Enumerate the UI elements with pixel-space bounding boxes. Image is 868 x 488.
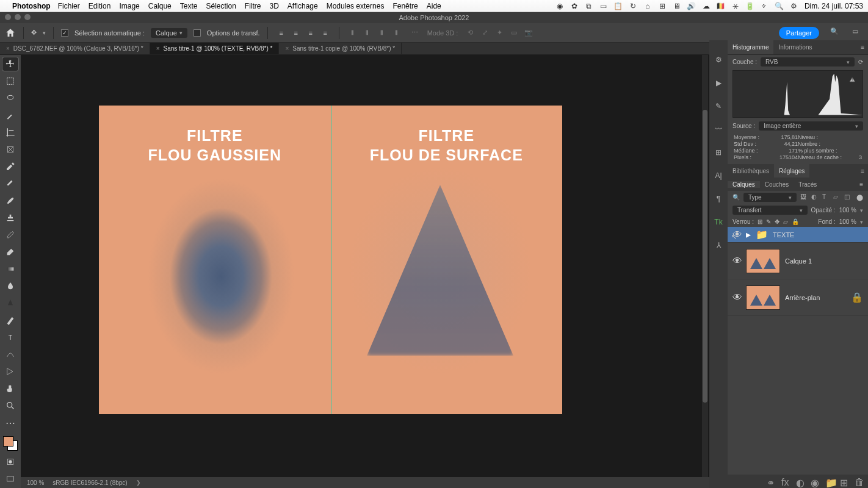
panel-icon[interactable]: ⊞ [712,146,725,159]
panel-icon[interactable]: Tk [712,216,725,228]
group-icon[interactable]: 📁 [825,477,834,486]
battery-icon[interactable]: 🔋 [746,2,754,10]
healing-tool[interactable] [2,177,18,190]
menu-modules[interactable]: Modules externes [327,2,385,10]
history-brush-tool[interactable] [2,228,18,242]
panel-icon[interactable]: ⚙ [712,54,725,66]
panel-icon[interactable]: ▶ [712,77,725,89]
zoom-tool[interactable] [2,399,18,412]
filter-icons[interactable]: 🖼◐T▱◫ [800,193,853,202]
workspace-icon[interactable]: ▭ [852,27,863,38]
guide-line[interactable] [331,106,331,414]
visibility-toggle[interactable]: 👁 [732,256,741,267]
channel-dropdown[interactable]: RVB▾ [761,57,855,66]
layer-thumbnail[interactable] [746,249,780,273]
menu-calque[interactable]: Calque [148,2,172,10]
home-icon[interactable] [5,27,16,38]
layer-thumbnail[interactable] [746,285,780,310]
delete-icon[interactable]: 🗑 [855,477,863,486]
tab-informations[interactable]: Informations [773,40,817,54]
panel-menu-icon[interactable]: ≡ [856,164,868,178]
menu-affichage[interactable]: Affichage [288,2,318,10]
filter-toggle[interactable]: ⬤ [856,194,863,201]
fx-icon[interactable]: fx [781,477,790,486]
link-icon[interactable]: ⚭ [767,477,775,486]
source-dropdown[interactable]: Image entière▾ [759,121,863,131]
traffic-lights[interactable] [5,14,31,20]
tray-icon[interactable]: ⧉ [585,2,593,10]
filter-dropdown[interactable]: Type▾ [743,193,797,202]
eraser-tool[interactable] [2,245,18,259]
auto-select-checkbox[interactable]: ✓ [61,29,68,37]
opacity-value[interactable]: 100 % [839,207,856,214]
lock-pixels-icon[interactable]: ⊞ [758,218,762,225]
tray-icon[interactable]: ✿ [570,2,579,10]
share-button[interactable]: Partager [779,27,819,39]
lock-artboard-icon[interactable]: ▱ [783,218,788,225]
color-profile[interactable]: sRGB IEC61966-2.1 (8bpc) [52,479,127,486]
tab-histogramme[interactable]: Histogramme [728,40,773,54]
tray-icon[interactable]: ⊞ [658,2,667,10]
shape-tool[interactable] [2,365,18,378]
tab-bibliotheques[interactable]: Bibliothèques [728,164,774,178]
panel-menu-icon[interactable]: ≡ [855,181,868,188]
flag-icon[interactable]: 🇧🇪 [717,2,725,10]
tab-traces[interactable]: Tracés [794,181,822,188]
auto-select-dropdown[interactable]: Calque▾ [151,28,187,38]
fill-value[interactable]: 100 % [839,218,856,225]
tray-icon[interactable]: ⌂ [643,2,652,10]
quick-mask[interactable] [2,455,18,468]
expand-icon[interactable]: ▸ [746,229,751,240]
layer-name[interactable]: TEXTE [773,231,794,239]
clock[interactable]: Dim. 24 juil. 07:53 [805,2,863,10]
search-icon[interactable]: 🔍 [775,2,784,10]
menu-filtre[interactable]: Filtre [245,2,261,10]
panel-icon[interactable]: 〰 [712,123,725,135]
move-tool[interactable] [2,57,18,71]
new-layer-icon[interactable]: ⊞ [840,477,848,486]
search-icon[interactable]: 🔍 [732,194,740,201]
panel-icon[interactable]: ⅄ [712,239,725,251]
zoom-value[interactable]: 100 % [27,479,44,486]
dodge-tool[interactable] [2,296,18,310]
document-tab[interactable]: ×Sans titre-1 @ 100% (TEXTE, RVB/8*) * [150,43,280,54]
blur-tool[interactable] [2,279,18,293]
color-swatches[interactable] [2,436,18,451]
type-tool[interactable]: T [2,331,18,344]
lock-icon[interactable]: 🔒 [851,292,863,303]
align-icons[interactable]: ≡≡≡≡ [275,27,331,39]
layer-name[interactable]: Arrière-plan [785,294,820,301]
panel-icon[interactable]: ¶ [712,193,725,205]
stamp-tool[interactable] [2,211,18,224]
layer-item[interactable]: 👁 Calque 1 [728,243,868,279]
menu-edition[interactable]: Edition [89,2,111,10]
brush-tool[interactable] [2,194,18,207]
hand-tool[interactable] [2,382,18,395]
refresh-icon[interactable]: ⟳ [858,59,863,65]
tray-icon[interactable]: 🖥 [673,2,681,10]
marquee-tool[interactable] [2,74,18,88]
tray-icon[interactable]: ◉ [555,2,564,10]
document-tab[interactable]: ×DSC_6782.NEF @ 100% (Calque 3, RVB/16*)… [0,43,150,54]
canvas-area[interactable]: FILTREFLOU GAUSSIEN FILTREFLOU DE SURFAC… [21,55,709,477]
tab-calques[interactable]: Calques [728,181,760,188]
panel-menu-icon[interactable]: ≡ [856,40,868,54]
panel-icon[interactable]: A| [712,170,725,182]
bluetooth-icon[interactable]: ⚹ [731,2,740,10]
menu-3d[interactable]: 3D [270,2,279,10]
crop-tool[interactable] [2,126,18,139]
move-tool-icon[interactable]: ✥ [31,29,37,37]
adjustment-icon[interactable]: ◉ [811,477,819,486]
wand-tool[interactable] [2,109,18,122]
tray-icon[interactable]: ↻ [629,2,637,10]
canvas[interactable]: FILTREFLOU GAUSSIEN FILTREFLOU DE SURFAC… [99,106,562,414]
blend-mode-dropdown[interactable]: Transfert▾ [732,206,808,215]
pen-tool[interactable] [2,314,18,327]
status-more-icon[interactable]: ❯ [136,479,141,486]
menu-aide[interactable]: Aide [427,2,441,10]
control-center-icon[interactable]: ⚙ [790,2,798,10]
tab-reglages[interactable]: Réglages [774,164,809,178]
document-tab[interactable]: ×Sans titre-1 copie @ 100% (RVB/8*) * [279,43,402,54]
lock-all-icon[interactable]: 🔒 [792,218,799,225]
tab-couches[interactable]: Couches [760,181,794,188]
